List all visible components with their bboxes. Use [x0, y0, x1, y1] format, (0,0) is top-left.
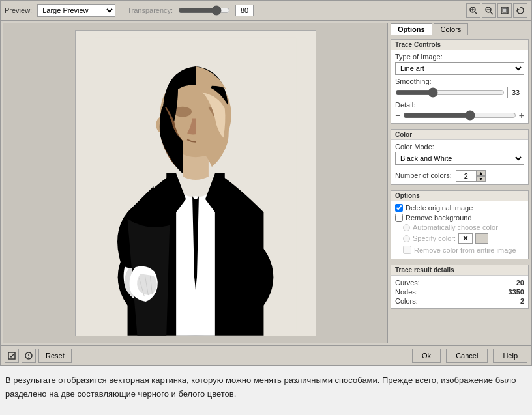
detail-minus[interactable]: − — [395, 110, 400, 121]
remove-from-entire-row: Remove color from entire image — [395, 246, 524, 254]
spin-buttons: ▲ ▼ — [477, 170, 486, 182]
ok-button[interactable]: Ok — [412, 349, 441, 363]
smoothing-slider[interactable] — [395, 87, 505, 98]
zoom-fit-icon[interactable] — [497, 3, 512, 18]
colors-key: Colors: — [395, 297, 418, 305]
svg-line-1 — [475, 12, 477, 14]
num-colors-row: Number of colors: 2 ▲ ▼ — [395, 170, 524, 182]
delete-original-row: Delete original image — [395, 204, 524, 212]
colors-val: 2 — [520, 297, 524, 305]
tab-colors[interactable]: Colors — [434, 23, 469, 35]
smoothing-value[interactable]: 33 — [507, 87, 524, 98]
main-content: Options Colors Trace Controls Type of Im… — [1, 21, 531, 345]
detail-label: Detail: — [395, 101, 524, 109]
remove-bg-row: Remove background — [395, 214, 524, 222]
bottom-toolbar: Reset Ok Cancel Help — [1, 345, 531, 365]
bottom-right-btns: Ok Cancel Help — [409, 349, 527, 363]
auto-color-radio[interactable] — [403, 224, 410, 231]
toolbar-icons — [466, 3, 527, 18]
type-label: Type of Image: — [395, 53, 524, 61]
trace-row-colors: Colors: 2 — [395, 296, 524, 306]
top-toolbar: Preview: Large Preview Transparency: — [1, 1, 531, 21]
num-colors-input[interactable]: 2 — [456, 170, 477, 182]
detail-slider[interactable] — [403, 110, 516, 121]
nodes-key: Nodes: — [395, 288, 418, 296]
svg-marker-9 — [517, 8, 520, 11]
remove-bg-label: Remove background — [406, 214, 472, 222]
body-text: В результате отобразится векторная карти… — [0, 366, 532, 407]
specify-color-radio[interactable] — [403, 235, 410, 242]
color-mode-label: Color Mode: — [395, 143, 524, 150]
transparency-slider[interactable] — [178, 5, 230, 16]
options-section: Options Delete original image Remove bac… — [391, 190, 529, 259]
trace-controls-title: Trace Controls — [391, 40, 528, 50]
reset-button[interactable]: Reset — [38, 349, 72, 363]
color-title: Color — [391, 130, 528, 140]
smoothing-label: Smoothing: — [395, 78, 524, 85]
body-text-content: В результате отобразится векторная карти… — [5, 375, 516, 399]
specify-color-label: Specify color: — [413, 235, 456, 242]
type-select[interactable]: Line art Clipart Photograph — [395, 62, 524, 75]
remove-entire-label: Remove color from entire image — [414, 246, 516, 254]
preview-pane — [3, 23, 388, 343]
tabs: Options Colors — [391, 23, 529, 35]
trace-row-curves: Curves: 20 — [395, 278, 524, 287]
auto-color-row: Automatically choose color — [395, 223, 524, 231]
tab-options[interactable]: Options — [391, 23, 432, 35]
remove-entire-checkbox[interactable] — [403, 246, 411, 254]
num-colors-spin: 2 ▲ ▼ — [456, 170, 486, 182]
svg-line-5 — [490, 12, 493, 14]
bottom-icon-2[interactable] — [22, 349, 36, 363]
help-button[interactable]: Help — [493, 349, 527, 363]
right-panel: Options Colors Trace Controls Type of Im… — [388, 21, 531, 345]
preview-label: Preview: — [5, 7, 32, 14]
num-colors-down[interactable]: ▼ — [477, 176, 486, 182]
bottom-icon-1[interactable] — [5, 349, 19, 363]
curves-val: 20 — [516, 279, 524, 287]
detail-row: − + — [395, 110, 524, 121]
app-container: Preview: Large Preview Transparency: — [0, 0, 532, 366]
num-colors-up[interactable]: ▲ — [477, 170, 486, 176]
preview-svg — [76, 30, 316, 336]
zoom-out-icon[interactable] — [482, 3, 496, 18]
preview-select[interactable]: Large Preview — [37, 4, 115, 17]
color-mode-select[interactable]: Black and White Grayscale Color — [395, 152, 524, 165]
options-title: Options — [391, 191, 528, 201]
svg-rect-8 — [503, 8, 507, 12]
color-pick-btn[interactable]: … — [475, 233, 488, 244]
delete-original-label: Delete original image — [406, 204, 473, 212]
refresh-icon[interactable] — [513, 3, 527, 18]
transparency-value[interactable] — [235, 5, 254, 16]
trace-row-nodes: Nodes: 3350 — [395, 287, 524, 296]
delete-original-checkbox[interactable] — [395, 204, 403, 212]
smoothing-row: 33 — [395, 87, 524, 98]
svg-point-23 — [28, 357, 29, 358]
color-section: Color Color Mode: Black and White Graysc… — [391, 129, 529, 185]
detail-plus[interactable]: + — [519, 110, 524, 121]
color-swatch[interactable]: ✕ — [458, 233, 473, 244]
transparency-label: Transparency: — [127, 7, 173, 14]
remove-bg-checkbox[interactable] — [395, 214, 403, 222]
zoom-in-icon[interactable] — [466, 3, 480, 18]
curves-key: Curves: — [395, 279, 420, 287]
trace-controls-section: Trace Controls Type of Image: Line art C… — [391, 39, 529, 124]
specify-color-row: Specify color: ✕ … — [395, 233, 524, 244]
cancel-button[interactable]: Cancel — [446, 349, 488, 363]
trace-result-section: Trace result details Curves: 20 Nodes: 3… — [391, 265, 529, 309]
auto-color-label: Automatically choose color — [413, 223, 498, 231]
nodes-val: 3350 — [509, 288, 524, 296]
trace-result-title: Trace result details — [391, 265, 528, 276]
num-colors-label: Number of colors: — [395, 171, 452, 179]
preview-image — [75, 30, 316, 336]
